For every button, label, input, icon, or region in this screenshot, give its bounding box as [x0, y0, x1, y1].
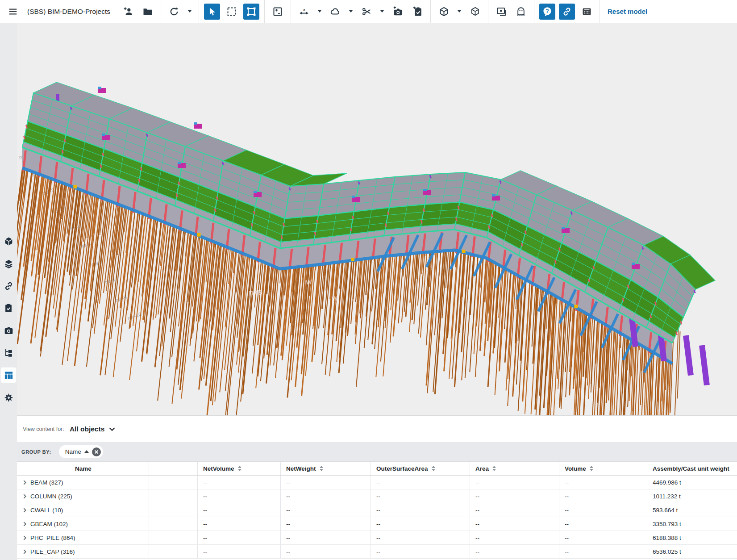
layers-icon [4, 259, 14, 269]
cell-net_volume: -- [197, 517, 280, 531]
cell-outer_surface_area: -- [371, 476, 470, 489]
adjust-selection-icon [272, 6, 283, 17]
cell-area: -- [470, 503, 559, 517]
column-header-display_name: Name [17, 462, 149, 475]
measure-button[interactable]: x [296, 4, 312, 20]
help-button[interactable]: ? [539, 4, 555, 20]
sidebar-item-settings[interactable] [1, 390, 16, 405]
sidebar-item-hierarchy[interactable] [1, 345, 16, 360]
cell-net_weight: -- [280, 476, 371, 489]
chevron-right-icon[interactable] [22, 522, 27, 527]
model-3d-view[interactable]: nw-1nw-2nw-3nw-4nw-5nw-6nw-7nw-8nw-9nw-1… [17, 23, 737, 415]
svg-text:W: W [306, 278, 313, 286]
sidebar-item-todo[interactable] [1, 301, 16, 316]
cell-net_volume: -- [197, 531, 280, 544]
svg-text:?: ? [545, 8, 549, 14]
measure-icon: x [298, 6, 310, 17]
svg-text:ПИВ: ПИВ [249, 288, 263, 297]
hierarchy-tree-icon [4, 348, 13, 358]
chevron-right-icon[interactable] [22, 508, 27, 513]
cell-net_weight: -- [280, 531, 371, 544]
close-icon [94, 450, 99, 454]
cell-blank [149, 503, 197, 517]
sort-icon[interactable] [492, 466, 496, 472]
measure-dropdown-caret[interactable] [316, 4, 324, 20]
chevron-right-icon[interactable] [22, 480, 27, 485]
cell-outer_surface_area: -- [371, 489, 470, 503]
remove-group-button[interactable] [92, 447, 101, 456]
view-cube-dropdown-caret[interactable] [455, 4, 463, 20]
marquee-select-button[interactable] [224, 4, 240, 20]
cell-outer_surface_area: -- [371, 517, 470, 531]
transform-select-button[interactable] [243, 4, 259, 20]
column-header-net_volume[interactable]: NetVolume [197, 462, 280, 475]
sidebar-item-links[interactable] [1, 278, 16, 293]
cell-blank [149, 531, 197, 544]
solid-view-button[interactable] [467, 4, 483, 20]
column-header-volume[interactable]: Volume [559, 462, 647, 475]
column-header-blank [149, 462, 197, 475]
cell-volume: -- [559, 545, 647, 558]
cell-assembly_weight: 3350.793 t [647, 517, 737, 531]
camera-add-button[interactable] [390, 4, 406, 20]
cell-net_weight: -- [280, 517, 371, 531]
cell-net_volume: -- [197, 545, 280, 558]
markup-dropdown-caret[interactable] [347, 4, 355, 20]
sort-icon[interactable] [432, 466, 435, 472]
chevron-right-icon[interactable] [22, 549, 27, 554]
table-row[interactable]: BEAM (327)----------4469.986 t [17, 476, 737, 489]
sort-icon[interactable] [238, 466, 242, 472]
cell-display_name: CWALL (10) [17, 503, 149, 517]
view-content-dropdown[interactable]: All objects [70, 425, 115, 433]
sidebar-item-data-table[interactable] [1, 368, 16, 383]
markup-cloud-button[interactable] [327, 4, 343, 20]
table-row[interactable]: PHC_PILE (864)----------6188.388 t [17, 531, 737, 545]
undo-button[interactable] [166, 4, 182, 20]
marquee-select-icon [226, 6, 237, 17]
group-by-chip-value: Name [65, 448, 81, 455]
ghost-mode-button[interactable] [513, 4, 529, 20]
cell-blank [149, 489, 197, 503]
svg-text:W: W [332, 295, 339, 302]
sort-icon[interactable] [590, 466, 593, 472]
table-row[interactable]: GBEAM (102)----------3350.793 t [17, 517, 737, 531]
table-header: NameNetVolumeNetWeightOuterSurfaceAreaAr… [17, 461, 737, 476]
cell-volume: -- [559, 476, 647, 489]
cell-volume: -- [559, 489, 647, 503]
presentation-views-icon [496, 6, 507, 17]
object-table: NameNetVolumeNetWeightOuterSurfaceAreaAr… [17, 461, 737, 560]
group-by-chip[interactable]: Name [59, 445, 103, 458]
view-cube-button[interactable] [436, 4, 452, 20]
menu-button[interactable] [5, 4, 21, 20]
open-folder-button[interactable] [140, 4, 156, 20]
sidebar-item-layers[interactable] [1, 256, 16, 271]
undo-dropdown-caret[interactable] [186, 4, 194, 20]
keypad-button[interactable] [579, 4, 595, 20]
table-row[interactable]: CWALL (10)----------593.664 t [17, 503, 737, 517]
sort-icon[interactable] [320, 466, 323, 472]
sidebar-item-snapshots[interactable] [1, 323, 16, 338]
task-add-button[interactable] [409, 4, 425, 20]
clip-dropdown-caret[interactable] [378, 4, 386, 20]
cell-area: -- [470, 517, 559, 531]
reset-model-button[interactable]: Reset model [605, 8, 650, 15]
cell-display_name: BEAM (327) [17, 476, 149, 489]
chevron-right-icon[interactable] [22, 535, 27, 540]
chevron-right-icon[interactable] [22, 494, 27, 499]
column-header-outer_surface_area[interactable]: OuterSurfaceArea [371, 462, 470, 475]
app-window: (SBS) BIM-DEMO-Projects [0, 0, 737, 560]
select-cursor-button[interactable] [204, 4, 220, 20]
clip-button[interactable] [358, 4, 375, 20]
presentation-views-button[interactable] [493, 4, 509, 20]
column-header-net_weight[interactable]: NetWeight [280, 462, 371, 475]
sidebar-item-models[interactable] [1, 234, 16, 249]
add-user-button[interactable] [120, 4, 136, 20]
share-link-button[interactable] [559, 4, 575, 20]
table-row[interactable]: PILE_CAP (316)----------6536.025 t [17, 545, 737, 559]
adjust-selection-button[interactable] [270, 4, 286, 20]
column-header-area[interactable]: Area [470, 462, 559, 475]
link-icon [4, 281, 14, 291]
model-viewport[interactable]: nw-1nw-2nw-3nw-4nw-5nw-6nw-7nw-8nw-9nw-1… [17, 23, 737, 415]
help-icon: ? [542, 6, 553, 17]
table-row[interactable]: COLUMN (225)----------1011.232 t [17, 489, 737, 503]
